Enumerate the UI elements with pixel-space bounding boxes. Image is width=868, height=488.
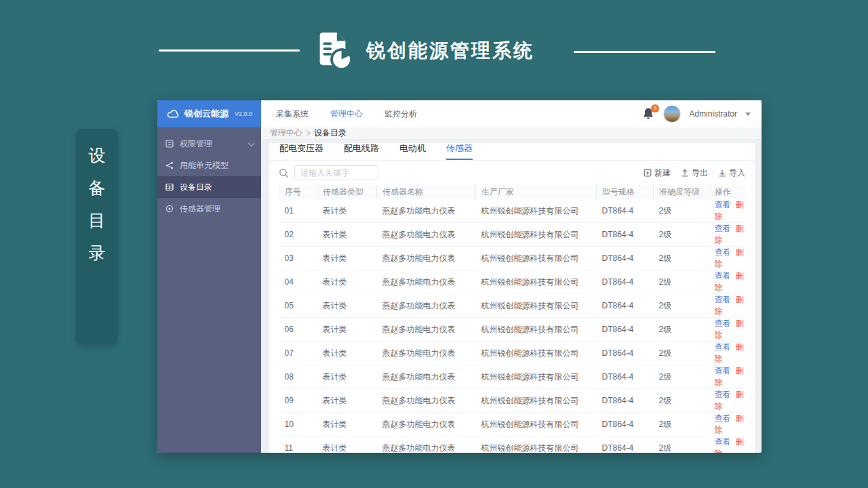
cell-actions: 查看删除 (709, 199, 746, 223)
tab-transformer[interactable]: 配电变压器 (279, 142, 323, 160)
cell-model: DT864-4 (597, 247, 654, 270)
cell-sensor-type: 表计类 (317, 294, 377, 318)
cell-sensor-type: 表计类 (317, 223, 377, 247)
table-row: 03 表计类 燕赵多功能电力仪表 杭州锐创能源科技有限公司 DT864-4 2级… (279, 247, 746, 270)
cell-manufacturer: 杭州锐创能源科技有限公司 (476, 294, 597, 318)
toolbar-actions: 新建 导出 (644, 167, 745, 179)
cell-sensor-type: 表计类 (317, 342, 377, 365)
app-window: 锐创云能源 V2.0.0 采集系统 管理中心 监控分析 5 Administra… (157, 100, 762, 453)
cell-no: 07 (279, 342, 317, 365)
cell-sensor-name: 燕赵多功能电力仪表 (377, 436, 476, 453)
table-body: 01 表计类 燕赵多功能电力仪表 杭州锐创能源科技有限公司 DT864-4 2级… (279, 199, 746, 453)
cell-accuracy: 2级 (654, 436, 709, 453)
export-button[interactable]: 导出 (681, 167, 708, 179)
vertical-label-char: 备 (89, 179, 106, 197)
tab-distribution-line[interactable]: 配电线路 (344, 142, 379, 160)
cell-actions: 查看删除 (709, 389, 746, 413)
view-link[interactable]: 查看 (715, 390, 731, 399)
tab-sensor[interactable]: 传感器 (446, 142, 473, 160)
cell-model: DT864-4 (597, 365, 654, 389)
cell-model: DT864-4 (597, 199, 654, 223)
nav-item-monitoring[interactable]: 监控分析 (384, 108, 417, 120)
create-button[interactable]: 新建 (644, 167, 671, 179)
nav-item-collection[interactable]: 采集系统 (276, 108, 309, 120)
col-header-no: 序号 (279, 185, 317, 199)
breadcrumb: 管理中心 > 设备目录 (261, 127, 762, 140)
main-area: 管理中心 > 设备目录 配电变压器 配电线路 电动机 传感器 (261, 127, 762, 453)
breadcrumb-parent[interactable]: 管理中心 (270, 127, 302, 139)
col-header-sensor-name: 传感器名称 (377, 185, 476, 199)
cell-accuracy: 2级 (654, 270, 709, 294)
view-link[interactable]: 查看 (715, 200, 731, 209)
breadcrumb-current: 设备目录 (314, 127, 347, 139)
cell-accuracy: 2级 (654, 413, 709, 436)
sidebar-item-device-catalog[interactable]: 设备目录 (157, 176, 261, 198)
col-header-sensor-type: 传感器类型 (317, 185, 377, 199)
table-row: 01 表计类 燕赵多功能电力仪表 杭州锐创能源科技有限公司 DT864-4 2级… (279, 199, 746, 223)
notification-bell[interactable]: 5 (643, 107, 655, 121)
cell-accuracy: 2级 (654, 342, 709, 365)
search-input[interactable] (294, 165, 378, 180)
cell-sensor-type: 表计类 (317, 365, 377, 389)
view-link[interactable]: 查看 (715, 295, 731, 304)
cell-sensor-type: 表计类 (317, 270, 377, 294)
table-wrapper: 序号 传感器类型 传感器名称 生产厂家 型号规格 准确度等级 操作 01 表计类… (269, 185, 755, 453)
table-row: 05 表计类 燕赵多功能电力仪表 杭州锐创能源科技有限公司 DT864-4 2级… (279, 294, 746, 318)
sidebar-item-sensor-management[interactable]: 传感器管理 (157, 198, 261, 220)
top-right-area: 5 Administrator (643, 100, 762, 127)
grid-icon (165, 183, 174, 191)
app-logo[interactable]: 锐创云能源 V2.0.0 (157, 100, 261, 127)
sidebar-item-permissions[interactable]: 权限管理 (157, 133, 261, 155)
top-nav: 采集系统 管理中心 监控分析 (261, 100, 417, 127)
cell-sensor-name: 燕赵多功能电力仪表 (377, 318, 476, 342)
cell-sensor-name: 燕赵多功能电力仪表 (377, 199, 476, 223)
cell-sensor-name: 燕赵多功能电力仪表 (377, 223, 476, 247)
table-toolbar: 新建 导出 (269, 161, 755, 185)
col-header-accuracy: 准确度等级 (654, 185, 709, 199)
export-button-label: 导出 (692, 167, 708, 179)
nav-item-management[interactable]: 管理中心 (330, 108, 363, 120)
view-link[interactable]: 查看 (715, 247, 731, 257)
export-icon (681, 169, 689, 177)
view-link[interactable]: 查看 (715, 437, 731, 447)
cell-accuracy: 2级 (654, 247, 709, 270)
cell-actions: 查看删除 (709, 294, 746, 318)
cloud-icon (167, 109, 180, 119)
view-link[interactable]: 查看 (715, 342, 731, 352)
view-link[interactable]: 查看 (715, 271, 731, 281)
tab-motor[interactable]: 电动机 (399, 142, 426, 160)
cell-no: 02 (279, 223, 317, 247)
cell-no: 01 (279, 199, 317, 223)
import-icon (718, 169, 726, 177)
view-link[interactable]: 查看 (715, 413, 731, 423)
vertical-label-char: 设 (89, 146, 106, 164)
user-menu-caret-icon[interactable] (745, 113, 751, 116)
view-link[interactable]: 查看 (715, 319, 731, 328)
top-bar: 锐创云能源 V2.0.0 采集系统 管理中心 监控分析 5 Administra… (157, 100, 762, 127)
cell-no: 06 (279, 318, 317, 342)
vertical-label-char: 目 (89, 211, 106, 229)
table-row: 06 表计类 燕赵多功能电力仪表 杭州锐创能源科技有限公司 DT864-4 2级… (279, 318, 746, 342)
table-row: 04 表计类 燕赵多功能电力仪表 杭州锐创能源科技有限公司 DT864-4 2级… (279, 270, 746, 294)
cell-model: DT864-4 (597, 342, 654, 365)
col-header-manufacturer: 生产厂家 (476, 185, 597, 199)
user-name[interactable]: Administrator (689, 109, 737, 119)
cell-actions: 查看删除 (709, 318, 746, 342)
cell-sensor-name: 燕赵多功能电力仪表 (377, 294, 476, 318)
view-link[interactable]: 查看 (715, 224, 731, 233)
import-button[interactable]: 导入 (718, 167, 745, 179)
page-title: 锐创能源管理系统 (366, 38, 534, 64)
user-avatar[interactable] (663, 105, 681, 123)
cell-manufacturer: 杭州锐创能源科技有限公司 (476, 199, 597, 223)
cell-manufacturer: 杭州锐创能源科技有限公司 (476, 436, 597, 453)
cell-model: DT864-4 (597, 270, 654, 294)
header-line-left (159, 49, 300, 52)
col-header-actions: 操作 (709, 185, 746, 199)
table-row: 07 表计类 燕赵多功能电力仪表 杭州锐创能源科技有限公司 DT864-4 2级… (279, 342, 746, 365)
cell-manufacturer: 杭州锐创能源科技有限公司 (476, 389, 597, 413)
table-row: 08 表计类 燕赵多功能电力仪表 杭州锐创能源科技有限公司 DT864-4 2级… (279, 365, 746, 389)
vertical-label-device-catalog: 设 备 目 录 (76, 129, 118, 344)
sidebar-item-energy-unit-model[interactable]: 用能单元模型 (157, 155, 261, 176)
view-link[interactable]: 查看 (715, 366, 731, 375)
cell-actions: 查看删除 (709, 436, 746, 453)
